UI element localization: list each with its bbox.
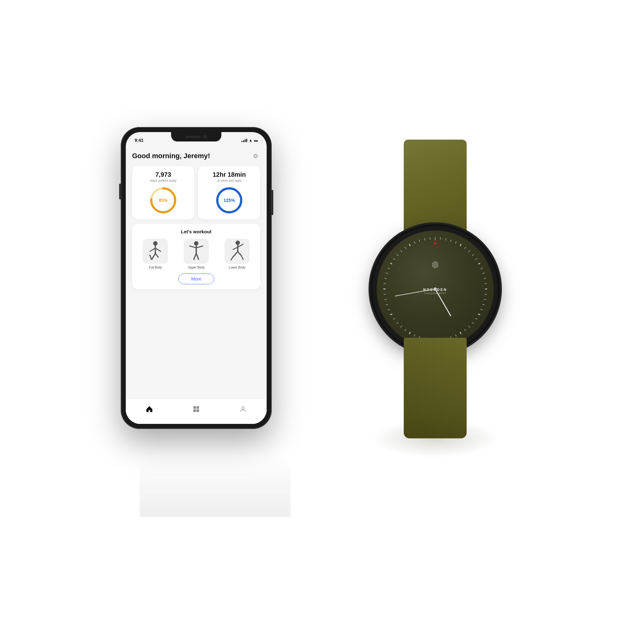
svg-line-35	[446, 238, 446, 241]
grid-icon	[192, 405, 200, 413]
svg-line-13	[189, 246, 196, 248]
svg-line-15	[194, 253, 196, 260]
status-time: 9:41	[135, 138, 143, 143]
svg-line-71	[397, 322, 398, 324]
fullbody-figure	[146, 240, 165, 262]
svg-line-68	[390, 314, 392, 315]
svg-line-75	[386, 304, 388, 305]
svg-line-59	[455, 334, 456, 336]
lowerbody-figure	[228, 240, 247, 262]
nav-grid[interactable]	[192, 405, 200, 413]
svg-line-14	[196, 246, 203, 248]
svg-line-78	[390, 263, 392, 264]
watch-reflection	[372, 419, 498, 457]
svg-line-47	[485, 284, 487, 284]
svg-line-36	[451, 240, 451, 242]
notch-speaker	[186, 136, 201, 138]
svg-line-42	[475, 258, 477, 260]
svg-line-82	[388, 268, 390, 269]
steps-percent: 85%	[159, 198, 168, 203]
svg-line-89	[419, 240, 420, 242]
svg-line-79	[384, 284, 386, 284]
status-icons: ▲ ▬	[241, 138, 258, 142]
svg-line-70	[401, 326, 402, 327]
notch-camera	[203, 135, 207, 139]
lowerbody-label: Lower Body	[229, 266, 246, 269]
svg-line-7	[155, 248, 161, 252]
svg-line-9	[155, 253, 158, 258]
watch-dial: NOERDEN Connected MOVT	[377, 230, 494, 347]
svg-line-69	[405, 329, 406, 331]
upperbody-figure	[187, 240, 206, 262]
svg-line-23	[231, 257, 233, 260]
svg-line-86	[401, 250, 402, 252]
steps-number: 7,973	[155, 171, 171, 178]
svg-line-40	[469, 250, 470, 252]
workout-item-upperbody[interactable]: Upper Body	[177, 239, 215, 269]
signal-icon	[241, 139, 247, 142]
profile-icon	[239, 405, 247, 413]
svg-line-72	[393, 318, 395, 319]
svg-line-52	[480, 309, 482, 310]
svg-line-55	[472, 322, 474, 324]
upperbody-image	[184, 239, 209, 264]
svg-point-29	[242, 407, 244, 409]
wifi-icon: ▲	[249, 138, 253, 142]
watch: NOERDEN Connected MOVT	[328, 140, 542, 438]
svg-line-87	[405, 247, 406, 249]
more-button[interactable]: More	[178, 274, 214, 284]
fullbody-image	[143, 239, 168, 264]
notch	[171, 132, 221, 142]
strap-top	[404, 140, 467, 240]
svg-line-44	[480, 268, 482, 269]
svg-line-81	[386, 273, 388, 274]
camera-button[interactable]: ⊙	[250, 151, 260, 161]
bottom-nav	[126, 399, 267, 424]
workout-card: Let's workout	[132, 224, 260, 289]
svg-rect-25	[193, 406, 196, 409]
workout-items: Full Body	[136, 239, 256, 269]
svg-rect-27	[193, 409, 196, 412]
svg-rect-28	[197, 409, 199, 412]
lowerbody-image	[225, 239, 250, 264]
center-pip	[434, 287, 437, 291]
nav-profile[interactable]	[239, 405, 247, 413]
svg-line-8	[152, 253, 155, 260]
sleep-number: 12hr 18min	[213, 171, 246, 178]
svg-line-63	[409, 332, 411, 334]
nav-home[interactable]	[146, 405, 153, 413]
svg-line-84	[393, 258, 395, 260]
stats-row: 7,973 steps walked today 85%	[132, 166, 260, 219]
svg-line-39	[464, 247, 466, 249]
sleep-card: 12hr 18min of sleep last night 125%	[198, 166, 260, 219]
svg-line-76	[385, 299, 387, 300]
svg-line-10	[150, 255, 152, 260]
svg-line-38	[478, 263, 480, 264]
svg-line-57	[464, 329, 466, 331]
svg-line-21	[233, 252, 238, 257]
svg-line-83	[409, 244, 411, 246]
svg-rect-26	[197, 406, 199, 409]
workout-item-lowerbody[interactable]: Lower Body	[218, 239, 256, 269]
svg-line-77	[384, 294, 386, 295]
svg-line-49	[485, 294, 487, 295]
svg-line-34	[441, 237, 441, 240]
sleep-ring: 125%	[215, 186, 243, 214]
home-icon	[146, 405, 153, 413]
svg-line-50	[484, 299, 486, 300]
svg-line-6	[150, 248, 155, 252]
workout-item-fullbody[interactable]: Full Body	[136, 239, 174, 269]
svg-line-22	[238, 252, 241, 256]
more-button-container: More	[136, 274, 256, 284]
greeting-text: Good morning, Jeremy!	[132, 152, 210, 160]
steps-label: steps walked today	[150, 179, 176, 182]
svg-line-88	[414, 241, 415, 243]
sleep-label: of sleep last night	[217, 179, 241, 182]
svg-line-45	[482, 273, 485, 274]
svg-line-16	[196, 253, 199, 260]
svg-line-80	[385, 278, 387, 279]
steps-ring: 85%	[149, 186, 177, 214]
phone: 9:41 ▲ ▬ Good mo	[121, 127, 272, 429]
phone-screen: 9:41 ▲ ▬ Good mo	[126, 132, 267, 424]
svg-line-56	[469, 326, 470, 327]
